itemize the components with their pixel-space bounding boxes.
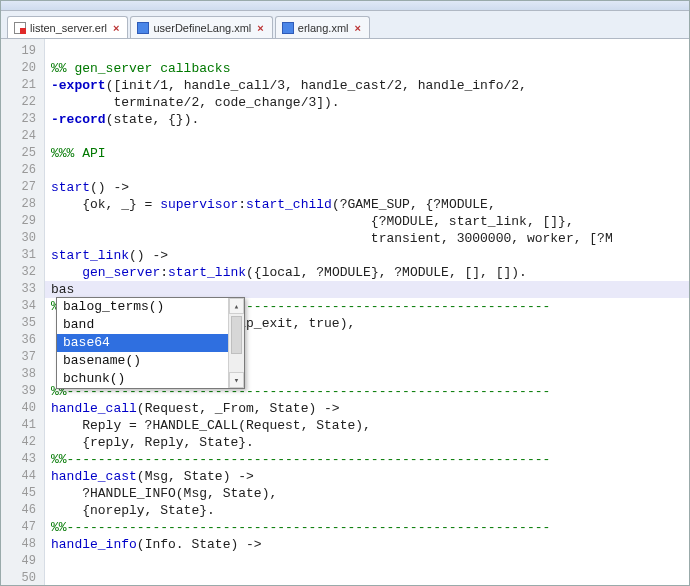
scroll-thumb[interactable] — [231, 316, 242, 354]
autocomplete-item[interactable]: balog_terms() — [57, 298, 244, 316]
code-line — [45, 128, 689, 145]
line-number: 32 — [1, 264, 44, 281]
line-number: 26 — [1, 162, 44, 179]
line-number: 24 — [1, 128, 44, 145]
line-number: 42 — [1, 434, 44, 451]
line-number: 27 — [1, 179, 44, 196]
close-icon[interactable]: × — [355, 22, 361, 34]
line-number: 39 — [1, 383, 44, 400]
code-area[interactable]: %% gen_server callbacks -export([init/1,… — [45, 39, 689, 585]
xml-file-icon — [137, 22, 149, 34]
code-line: %%--------------------------------------… — [45, 519, 689, 536]
code-line: {ok, _} = supervisor:start_child(?GAME_S… — [45, 196, 689, 213]
code-line: handle_info(Info. State) -> — [45, 536, 689, 553]
line-number: 50 — [1, 570, 44, 586]
line-number: 19 — [1, 43, 44, 60]
code-line: terminate/2, code_change/3]). — [45, 94, 689, 111]
line-number: 21 — [1, 77, 44, 94]
line-number: 30 — [1, 230, 44, 247]
erlang-file-icon — [14, 22, 26, 34]
line-number: 38 — [1, 366, 44, 383]
line-number: 49 — [1, 553, 44, 570]
tab-userdefinelang[interactable]: userDefineLang.xml × — [130, 16, 272, 38]
code-line: handle_call(Request, _From, State) -> — [45, 400, 689, 417]
scroll-down-icon[interactable]: ▾ — [229, 372, 244, 388]
autocomplete-item[interactable]: basename() — [57, 352, 244, 370]
tab-label: userDefineLang.xml — [153, 22, 251, 34]
code-line: {reply, Reply, State}. — [45, 434, 689, 451]
close-icon[interactable]: × — [113, 22, 119, 34]
line-number: 46 — [1, 502, 44, 519]
line-number: 45 — [1, 485, 44, 502]
line-number: 35 — [1, 315, 44, 332]
code-line: -record(state, {}). — [45, 111, 689, 128]
code-line: transient, 3000000, worker, [?M — [45, 230, 689, 247]
line-number: 34 — [1, 298, 44, 315]
autocomplete-item[interactable]: bchunk() — [57, 370, 244, 388]
scroll-up-icon[interactable]: ▴ — [229, 298, 244, 314]
autocomplete-scrollbar[interactable]: ▴ ▾ — [228, 298, 244, 388]
line-number: 31 — [1, 247, 44, 264]
autocomplete-popup[interactable]: balog_terms() band base64 basename() bch… — [56, 297, 245, 389]
tab-label: erlang.xml — [298, 22, 349, 34]
code-line: ?HANDLE_INFO(Msg, State), — [45, 485, 689, 502]
code-line — [45, 43, 689, 60]
line-number: 22 — [1, 94, 44, 111]
line-number: 47 — [1, 519, 44, 536]
code-line: %% gen_server callbacks — [45, 60, 689, 77]
line-number: 40 — [1, 400, 44, 417]
line-number: 20 — [1, 60, 44, 77]
line-number: 25 — [1, 145, 44, 162]
line-number: 23 — [1, 111, 44, 128]
code-line: {noreply, State}. — [45, 502, 689, 519]
code-line: {?MODULE, start_link, []}, — [45, 213, 689, 230]
line-number: 41 — [1, 417, 44, 434]
line-number-gutter: 1920212223242526272829303132333435363738… — [1, 39, 45, 585]
line-number: 48 — [1, 536, 44, 553]
tab-label: listen_server.erl — [30, 22, 107, 34]
code-line: start_link() -> — [45, 247, 689, 264]
editor-window: listen_server.erl × userDefineLang.xml ×… — [0, 0, 690, 586]
line-number: 29 — [1, 213, 44, 230]
code-line-current: bas — [45, 281, 689, 298]
line-number: 28 — [1, 196, 44, 213]
code-line: gen_server:start_link({local, ?MODULE}, … — [45, 264, 689, 281]
window-titlebar — [1, 1, 689, 11]
line-number: 43 — [1, 451, 44, 468]
code-line: %%% API — [45, 145, 689, 162]
editor-area: 1920212223242526272829303132333435363738… — [1, 39, 689, 585]
tab-listen-server[interactable]: listen_server.erl × — [7, 16, 128, 38]
line-number: 44 — [1, 468, 44, 485]
autocomplete-item[interactable]: band — [57, 316, 244, 334]
tab-erlang-xml[interactable]: erlang.xml × — [275, 16, 370, 38]
tab-bar: listen_server.erl × userDefineLang.xml ×… — [1, 11, 689, 39]
line-number: 36 — [1, 332, 44, 349]
code-line: -export([init/1, handle_call/3, handle_c… — [45, 77, 689, 94]
close-icon[interactable]: × — [257, 22, 263, 34]
code-line — [45, 162, 689, 179]
xml-file-icon — [282, 22, 294, 34]
code-line: start() -> — [45, 179, 689, 196]
line-number: 37 — [1, 349, 44, 366]
line-number: 33 — [1, 281, 44, 298]
code-line: Reply = ?HANDLE_CALL(Request, State), — [45, 417, 689, 434]
code-line: handle_cast(Msg, State) -> — [45, 468, 689, 485]
autocomplete-item-selected[interactable]: base64 — [57, 334, 244, 352]
code-line: %%--------------------------------------… — [45, 451, 689, 468]
